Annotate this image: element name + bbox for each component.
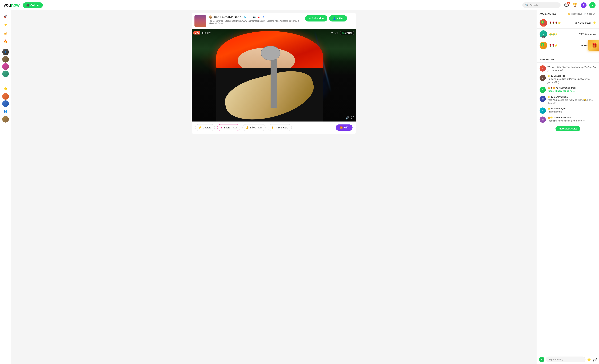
chat-message: K 👑🌹👑 42 Katayama Fumiki Rafael I know y… bbox=[537, 85, 599, 94]
right-panel: AUDIENCE (172) ✋ Raised (10) 📄 Subs (15)… bbox=[537, 10, 599, 364]
share-icon: ⬆ bbox=[220, 126, 222, 129]
fullscreen-button[interactable]: ⛶ bbox=[351, 116, 354, 120]
chat-avatar[interactable]: A bbox=[539, 65, 546, 71]
category-badge: #1 Singing bbox=[340, 31, 354, 35]
chat-star-button[interactable]: ⭐ bbox=[587, 357, 591, 362]
chat-user-avatar: Y bbox=[539, 357, 544, 362]
live-badge: LIVE bbox=[194, 31, 200, 35]
chat-messages: A We met at the YouNow booth during VidC… bbox=[537, 62, 599, 355]
audience-avatar-1[interactable]: A #1 ✋ bbox=[539, 19, 547, 27]
rank-badge-2: #2 bbox=[542, 36, 545, 38]
likes-button[interactable]: 👍 Likes 5.1k bbox=[242, 124, 265, 131]
streamer-name: 📦 167 EmmaMcGann 🐦 f 📷 ▶ G t bbox=[209, 15, 303, 19]
chat-header: STREAM CHAT bbox=[537, 56, 599, 62]
tumblr-icon[interactable]: t bbox=[266, 15, 270, 19]
sidebar-user-avatar-6[interactable] bbox=[2, 100, 9, 107]
more-options-button[interactable]: ··· bbox=[349, 16, 353, 21]
sidebar-more-icon[interactable]: ··· bbox=[4, 78, 7, 82]
view-count: 👁 2.9k bbox=[331, 32, 338, 34]
new-messages-button[interactable]: NEW MESSAGES bbox=[555, 126, 581, 131]
person-add-icon: 👤 bbox=[333, 17, 336, 20]
chat-input-area: Y ⭐ 💬 bbox=[537, 355, 599, 364]
search-icon: 🔍 bbox=[525, 3, 529, 7]
sidebar-user-avatar-2[interactable] bbox=[2, 56, 9, 62]
sidebar-user-avatar-4[interactable] bbox=[2, 71, 9, 77]
capture-button[interactable]: ⚡ Capture bbox=[195, 124, 215, 131]
audience-item: Y #2 👑👑⭐ 75 Yi Chun-Hwa bbox=[537, 29, 599, 40]
rank-badge-1: #1 bbox=[542, 25, 545, 27]
streamer-avatar[interactable] bbox=[194, 15, 206, 27]
top-nav: younow 🎥 Go Live 🔍 💬 1 🏆 P Y bbox=[0, 0, 599, 10]
chat-avatar[interactable]: A bbox=[539, 107, 546, 114]
raised-hand-indicator-3: ✋ bbox=[541, 43, 544, 46]
audience-filters: ✋ Raised (10) 📄 Subs (15) bbox=[568, 13, 596, 15]
gold-star-icon-1: ⭐ bbox=[593, 21, 596, 25]
chat-message: M ⭐ 12 Marti Valencia Yes! Your stories … bbox=[537, 94, 599, 106]
chat-avatar[interactable]: M bbox=[539, 96, 546, 102]
likes-count: 5.1k bbox=[258, 126, 262, 129]
live-duration: 01:24:27 bbox=[202, 32, 211, 34]
main-layout: 🚀 ⚡ 🔥 👤 ··· ⭐ 👥 bbox=[0, 10, 599, 364]
chat-message: A We met at the YouNow booth during VidC… bbox=[537, 64, 599, 73]
new-messages-container: NEW MESSAGES bbox=[537, 124, 599, 133]
gift-button[interactable]: 🎁 Gift bbox=[336, 124, 352, 131]
audience-avatar-2[interactable]: Y #2 bbox=[539, 30, 547, 38]
streamer-info: 📦 167 EmmaMcGann 🐦 f 📷 ▶ G t Pop Songwri… bbox=[209, 15, 303, 25]
instagram-icon[interactable]: 📷 bbox=[253, 15, 256, 19]
social-icons: 🐦 f 📷 ▶ G t bbox=[244, 15, 270, 19]
google-icon[interactable]: G bbox=[262, 15, 265, 19]
gift-treasure-box[interactable]: 🎁 bbox=[588, 40, 599, 51]
logo: younow bbox=[3, 2, 19, 8]
facebook-icon[interactable]: f bbox=[248, 15, 252, 19]
sidebar-user-avatar-5[interactable] bbox=[2, 93, 9, 100]
youtube-icon[interactable]: ▶ bbox=[257, 15, 261, 19]
sidebar-user-avatar-7[interactable] bbox=[2, 116, 9, 123]
subscribe-button[interactable]: ✦ Subscribe bbox=[305, 15, 328, 21]
like-icon: 👍 bbox=[246, 126, 249, 129]
streamer-bio: Pop Songwriter | Official Site: https://… bbox=[209, 20, 303, 25]
sidebar-user-avatar-3[interactable] bbox=[2, 63, 9, 70]
points-icon[interactable]: P bbox=[581, 2, 587, 8]
audience-member-name-2: 75 Yi Chun-Hwa bbox=[579, 33, 596, 36]
share-button[interactable]: ⬆ Share 3.1k bbox=[217, 124, 240, 131]
raise-hand-button[interactable]: ✋ Raise Hand bbox=[268, 124, 291, 131]
chat-input[interactable] bbox=[546, 356, 585, 362]
trophy-icon[interactable]: 🏆 bbox=[572, 2, 578, 8]
audience-item: A #1 ✋ 🌹🌹🌹⭐ 52 Aarthi Davis ⭐ bbox=[537, 17, 599, 29]
chat-message: A ⭐ 14 Azah Anyeni Hahahahahha bbox=[537, 106, 599, 115]
chat-avatar[interactable]: K bbox=[539, 87, 546, 93]
audience-list: A #1 ✋ 🌹🌹🌹⭐ 52 Aarthi Davis ⭐ Y #2 bbox=[537, 17, 599, 51]
profile-avatar[interactable]: Y bbox=[589, 2, 596, 8]
live-bar: LIVE 01:24:27 👁 2.9k #1 Singing bbox=[194, 31, 354, 35]
search-bar[interactable]: 🔍 bbox=[522, 2, 561, 8]
sidebar-discover-icon[interactable]: 🚀 bbox=[2, 12, 9, 20]
sidebar-people-icon[interactable]: 👥 bbox=[2, 108, 9, 115]
drag-handle: ⋯ bbox=[537, 51, 599, 56]
notification-badge: 1 bbox=[567, 2, 570, 5]
chat-message: D ⭐ 17 Dean Hicks He gave me a kiss at P… bbox=[537, 73, 599, 85]
sidebar-user-avatar-1[interactable]: 👤 bbox=[2, 49, 9, 55]
treasure-box-icon: 🎁 bbox=[591, 43, 597, 48]
subs-filter[interactable]: 📄 Subs (15) bbox=[584, 13, 596, 15]
search-input[interactable] bbox=[530, 4, 558, 7]
twitter-icon[interactable]: 🐦 bbox=[244, 15, 247, 19]
notifications-icon[interactable]: 💬 1 bbox=[563, 2, 570, 8]
chat-avatar[interactable]: D bbox=[539, 75, 546, 81]
audience-avatar-3[interactable]: B ✋ bbox=[539, 42, 547, 49]
stream-container: 📦 167 EmmaMcGann 🐦 f 📷 ▶ G t Pop Songwri… bbox=[189, 10, 359, 136]
streamer-header: 📦 167 EmmaMcGann 🐦 f 📷 ▶ G t Pop Songwri… bbox=[192, 13, 356, 29]
go-live-button[interactable]: 🎥 Go Live bbox=[23, 2, 43, 8]
chat-section: STREAM CHAT A We met at the YouNow booth… bbox=[537, 56, 599, 364]
action-bar: ⚡ Capture ⬆ Share 3.1k 👍 Likes 5.1k ✋ Ra… bbox=[192, 122, 356, 134]
video-frame bbox=[192, 29, 356, 122]
chat-send-button[interactable]: 💬 bbox=[593, 357, 597, 362]
chat-avatar[interactable]: M bbox=[539, 116, 546, 123]
sidebar-activity-icon[interactable]: ⚡ bbox=[2, 21, 9, 28]
content-area: 📦 167 EmmaMcGann 🐦 f 📷 ▶ G t Pop Songwri… bbox=[11, 10, 537, 364]
fan-button[interactable]: 👤 + Fan bbox=[329, 15, 347, 21]
sidebar-star-icon[interactable]: ⭐ bbox=[2, 85, 9, 92]
sidebar-trending-icon[interactable]: 🔥 bbox=[2, 37, 9, 45]
volume-button[interactable]: 🔊 bbox=[345, 116, 349, 120]
sidebar-featured-icon[interactable] bbox=[2, 29, 9, 37]
raised-filter[interactable]: ✋ Raised (10) bbox=[568, 13, 582, 15]
